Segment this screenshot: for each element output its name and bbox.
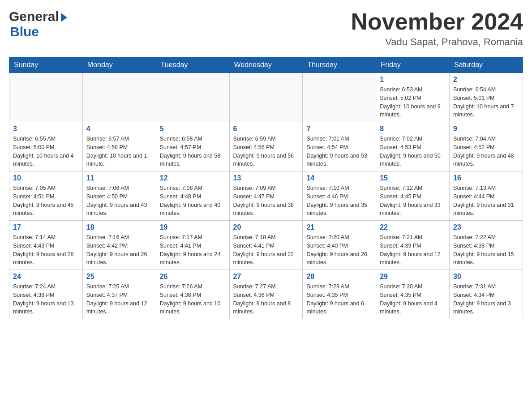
calendar-day-cell: 25Sunrise: 7:25 AM Sunset: 4:37 PM Dayli… [82, 270, 156, 319]
logo-general: General [9, 9, 67, 24]
day-info: Sunrise: 6:58 AM Sunset: 4:57 PM Dayligh… [160, 135, 226, 168]
calendar-day-cell: 14Sunrise: 7:10 AM Sunset: 4:46 PM Dayli… [303, 171, 376, 221]
day-number: 2 [453, 76, 519, 84]
day-info: Sunrise: 7:06 AM Sunset: 4:50 PM Dayligh… [86, 184, 152, 218]
day-info: Sunrise: 7:10 AM Sunset: 4:46 PM Dayligh… [306, 184, 372, 218]
day-of-week-header: Wednesday [229, 57, 303, 73]
day-number: 16 [453, 174, 519, 182]
calendar-day-cell: 30Sunrise: 7:31 AM Sunset: 4:34 PM Dayli… [450, 270, 523, 319]
day-info: Sunrise: 7:29 AM Sunset: 4:35 PM Dayligh… [306, 283, 372, 316]
day-number: 1 [380, 76, 446, 84]
calendar-day-cell [9, 73, 83, 122]
calendar-day-cell: 9Sunrise: 7:04 AM Sunset: 4:52 PM Daylig… [450, 122, 523, 171]
calendar-day-cell: 16Sunrise: 7:13 AM Sunset: 4:44 PM Dayli… [450, 171, 523, 221]
logo-blue: Blue [10, 24, 39, 39]
day-number: 15 [380, 174, 446, 182]
calendar-day-cell: 20Sunrise: 7:18 AM Sunset: 4:41 PM Dayli… [229, 221, 303, 270]
day-info: Sunrise: 7:14 AM Sunset: 4:43 PM Dayligh… [13, 233, 79, 267]
day-number: 22 [380, 223, 446, 231]
calendar-day-cell: 4Sunrise: 6:57 AM Sunset: 4:58 PM Daylig… [82, 122, 156, 171]
day-info: Sunrise: 7:25 AM Sunset: 4:37 PM Dayligh… [86, 283, 152, 316]
day-number: 26 [160, 273, 226, 281]
day-of-week-header: Tuesday [156, 57, 229, 73]
day-number: 13 [233, 174, 299, 182]
day-number: 8 [380, 125, 446, 133]
day-number: 29 [380, 273, 446, 281]
calendar-day-cell: 2Sunrise: 6:54 AM Sunset: 5:01 PM Daylig… [450, 73, 523, 122]
day-info: Sunrise: 6:55 AM Sunset: 5:00 PM Dayligh… [13, 135, 79, 168]
calendar-header-row: SundayMondayTuesdayWednesdayThursdayFrid… [9, 57, 523, 73]
day-number: 12 [160, 174, 226, 182]
calendar-day-cell [303, 73, 376, 122]
calendar-day-cell: 6Sunrise: 6:59 AM Sunset: 4:56 PM Daylig… [229, 122, 303, 171]
day-info: Sunrise: 7:09 AM Sunset: 4:47 PM Dayligh… [233, 184, 299, 218]
day-of-week-header: Saturday [450, 57, 523, 73]
day-of-week-header: Friday [376, 57, 450, 73]
day-number: 30 [453, 273, 519, 281]
title-section: November 2024 Vadu Sapat, Prahova, Roman… [351, 9, 523, 48]
day-number: 5 [160, 125, 226, 133]
day-info: Sunrise: 7:16 AM Sunset: 4:42 PM Dayligh… [86, 233, 152, 267]
day-info: Sunrise: 6:53 AM Sunset: 5:02 PM Dayligh… [380, 86, 446, 119]
calendar-week-row: 1Sunrise: 6:53 AM Sunset: 5:02 PM Daylig… [9, 73, 523, 122]
calendar-day-cell: 28Sunrise: 7:29 AM Sunset: 4:35 PM Dayli… [303, 270, 376, 319]
day-info: Sunrise: 7:05 AM Sunset: 4:51 PM Dayligh… [13, 184, 79, 218]
calendar-week-row: 17Sunrise: 7:14 AM Sunset: 4:43 PM Dayli… [9, 221, 523, 270]
calendar-day-cell: 15Sunrise: 7:12 AM Sunset: 4:45 PM Dayli… [376, 171, 450, 221]
calendar-week-row: 10Sunrise: 7:05 AM Sunset: 4:51 PM Dayli… [9, 171, 523, 221]
day-number: 23 [453, 223, 519, 231]
logo: General Blue [9, 9, 67, 39]
day-number: 25 [86, 273, 152, 281]
calendar-day-cell: 5Sunrise: 6:58 AM Sunset: 4:57 PM Daylig… [156, 122, 229, 171]
day-number: 27 [233, 273, 299, 281]
calendar-day-cell: 17Sunrise: 7:14 AM Sunset: 4:43 PM Dayli… [9, 221, 83, 270]
day-info: Sunrise: 7:26 AM Sunset: 4:36 PM Dayligh… [160, 283, 226, 316]
calendar-day-cell: 29Sunrise: 7:30 AM Sunset: 4:35 PM Dayli… [376, 270, 450, 319]
day-number: 17 [13, 223, 79, 231]
location: Vadu Sapat, Prahova, Romania [351, 36, 523, 48]
calendar-day-cell: 24Sunrise: 7:24 AM Sunset: 4:38 PM Dayli… [9, 270, 83, 319]
calendar-day-cell [156, 73, 229, 122]
calendar-week-row: 24Sunrise: 7:24 AM Sunset: 4:38 PM Dayli… [9, 270, 523, 319]
calendar-day-cell: 1Sunrise: 6:53 AM Sunset: 5:02 PM Daylig… [376, 73, 450, 122]
day-info: Sunrise: 7:24 AM Sunset: 4:38 PM Dayligh… [13, 283, 79, 316]
day-info: Sunrise: 7:20 AM Sunset: 4:40 PM Dayligh… [306, 233, 372, 267]
day-info: Sunrise: 7:21 AM Sunset: 4:39 PM Dayligh… [380, 233, 446, 267]
day-info: Sunrise: 7:22 AM Sunset: 4:38 PM Dayligh… [453, 233, 519, 267]
calendar-day-cell: 3Sunrise: 6:55 AM Sunset: 5:00 PM Daylig… [9, 122, 83, 171]
day-number: 11 [86, 174, 152, 182]
calendar-day-cell: 23Sunrise: 7:22 AM Sunset: 4:38 PM Dayli… [450, 221, 523, 270]
calendar-day-cell: 18Sunrise: 7:16 AM Sunset: 4:42 PM Dayli… [82, 221, 156, 270]
day-number: 9 [453, 125, 519, 133]
day-info: Sunrise: 6:54 AM Sunset: 5:01 PM Dayligh… [453, 86, 519, 119]
day-number: 21 [306, 223, 372, 231]
day-number: 6 [233, 125, 299, 133]
day-number: 24 [13, 273, 79, 281]
calendar-day-cell: 10Sunrise: 7:05 AM Sunset: 4:51 PM Dayli… [9, 171, 83, 221]
calendar-day-cell: 13Sunrise: 7:09 AM Sunset: 4:47 PM Dayli… [229, 171, 303, 221]
day-number: 4 [86, 125, 152, 133]
day-of-week-header: Sunday [9, 57, 83, 73]
calendar-day-cell: 27Sunrise: 7:27 AM Sunset: 4:36 PM Dayli… [229, 270, 303, 319]
day-info: Sunrise: 6:57 AM Sunset: 4:58 PM Dayligh… [86, 135, 152, 168]
day-of-week-header: Thursday [303, 57, 376, 73]
day-number: 18 [86, 223, 152, 231]
calendar-day-cell [229, 73, 303, 122]
calendar-day-cell [82, 73, 156, 122]
day-info: Sunrise: 7:18 AM Sunset: 4:41 PM Dayligh… [233, 233, 299, 267]
page-header: General Blue November 2024 Vadu Sapat, P… [9, 9, 523, 48]
month-title: November 2024 [351, 9, 523, 34]
day-info: Sunrise: 7:13 AM Sunset: 4:44 PM Dayligh… [453, 184, 519, 218]
day-info: Sunrise: 7:30 AM Sunset: 4:35 PM Dayligh… [380, 283, 446, 316]
day-info: Sunrise: 6:59 AM Sunset: 4:56 PM Dayligh… [233, 135, 299, 168]
day-number: 20 [233, 223, 299, 231]
calendar-day-cell: 8Sunrise: 7:02 AM Sunset: 4:53 PM Daylig… [376, 122, 450, 171]
day-info: Sunrise: 7:04 AM Sunset: 4:52 PM Dayligh… [453, 135, 519, 168]
day-number: 7 [306, 125, 372, 133]
day-number: 14 [306, 174, 372, 182]
day-number: 3 [13, 125, 79, 133]
calendar-day-cell: 19Sunrise: 7:17 AM Sunset: 4:41 PM Dayli… [156, 221, 229, 270]
calendar-day-cell: 22Sunrise: 7:21 AM Sunset: 4:39 PM Dayli… [376, 221, 450, 270]
calendar-day-cell: 11Sunrise: 7:06 AM Sunset: 4:50 PM Dayli… [82, 171, 156, 221]
day-number: 19 [160, 223, 226, 231]
